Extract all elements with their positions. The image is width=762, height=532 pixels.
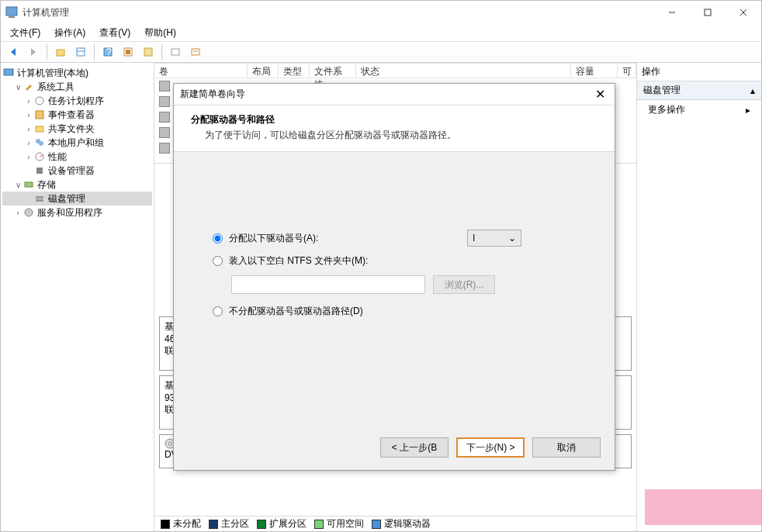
show-hide-button[interactable] <box>71 43 90 60</box>
chevron-down-icon: ⌄ <box>508 233 516 244</box>
toolbar-sep <box>47 44 47 60</box>
view-button[interactable] <box>139 43 158 60</box>
tree-systools[interactable]: ∨ 系统工具 <box>2 80 152 94</box>
tree-label: 磁盘管理 <box>48 192 85 206</box>
back-button[interactable]: < 上一步(B <box>380 437 449 458</box>
dialog-body: 分配以下驱动器号(A): I ⌄ 装入以下空白 NTFS 文件夹中(M): 浏览… <box>174 152 615 341</box>
next-button[interactable]: 下一步(N) > <box>456 437 525 458</box>
col-free[interactable]: 可 <box>618 64 636 78</box>
tree-label: 服务和应用程序 <box>37 206 102 219</box>
cancel-button[interactable]: 取消 <box>532 437 601 458</box>
col-status[interactable]: 状态 <box>356 64 571 78</box>
tree-root[interactable]: 计算机管理(本地) <box>2 66 152 80</box>
option-label: 装入以下空白 NTFS 文件夹中(M): <box>229 254 368 268</box>
settings-button[interactable] <box>119 43 137 60</box>
tree-label: 任务计划程序 <box>48 95 104 108</box>
radio-mount-folder[interactable] <box>213 256 223 266</box>
expand-icon[interactable]: › <box>24 111 33 119</box>
svg-rect-17 <box>192 49 199 55</box>
svg-rect-0 <box>6 7 17 16</box>
menu-file[interactable]: 文件(F) <box>5 25 45 41</box>
tree-local-users[interactable]: ›本地用户和组 <box>2 136 152 150</box>
expand-icon[interactable]: › <box>24 97 33 105</box>
option-assign-letter[interactable]: 分配以下驱动器号(A): I ⌄ <box>213 230 591 247</box>
dialog-close-button[interactable]: ✕ <box>592 87 608 102</box>
close-button[interactable] <box>726 1 761 24</box>
svg-rect-27 <box>36 168 43 174</box>
tree-task-scheduler[interactable]: ›任务计划程序 <box>2 94 152 108</box>
tree-device-manager[interactable]: 设备管理器 <box>2 164 152 178</box>
users-icon <box>33 136 46 149</box>
menu-help[interactable]: 帮助(H) <box>140 25 181 41</box>
tree-shared-folders[interactable]: ›共享文件夹 <box>2 122 152 136</box>
dialog-title: 新建简单卷向导 <box>180 88 592 101</box>
collapse-icon[interactable]: ∨ <box>13 83 23 92</box>
volume-icon <box>159 127 170 138</box>
dialog-header: 分配驱动器号和路径 为了便于访问，可以给磁盘分区分配驱动器号或驱动器路径。 <box>174 105 615 152</box>
nav-tree: 计算机管理(本地) ∨ 系统工具 ›任务计划程序 ›事件查看器 ›共享文件夹 ›… <box>2 66 152 219</box>
disk-icon <box>33 192 46 205</box>
tree-label: 系统工具 <box>37 81 74 94</box>
svg-marker-7 <box>31 48 36 56</box>
menu-action[interactable]: 操作(A) <box>50 25 90 41</box>
menu-view[interactable]: 查看(V) <box>95 25 135 41</box>
tree-storage[interactable]: ∨存储 <box>2 178 152 192</box>
minimize-button[interactable] <box>654 1 690 24</box>
tree-label: 本地用户和组 <box>48 136 104 150</box>
svg-rect-3 <box>705 9 711 16</box>
blank <box>24 195 33 203</box>
tree-disk-management[interactable]: 磁盘管理 <box>2 192 152 206</box>
col-capacity[interactable]: 容量 <box>571 64 618 78</box>
dialog-titlebar: 新建简单卷向导 ✕ <box>174 84 615 105</box>
refresh-button[interactable] <box>166 43 185 60</box>
svg-point-24 <box>39 141 43 146</box>
device-icon <box>33 164 46 177</box>
legend: 未分配 主分区 扩展分区 可用空间 逻辑驱动器 <box>154 516 636 531</box>
actions-section[interactable]: 磁盘管理 ▴ <box>637 81 761 100</box>
expand-icon[interactable]: › <box>13 209 23 217</box>
tree-label: 存储 <box>37 178 56 192</box>
tree-label: 共享文件夹 <box>48 123 95 136</box>
properties-button[interactable] <box>186 43 205 60</box>
col-fs[interactable]: 文件系统 <box>310 64 356 78</box>
drive-letter-value: I <box>473 233 475 244</box>
svg-point-33 <box>168 442 171 445</box>
col-volume[interactable]: 卷 <box>154 64 248 78</box>
col-layout[interactable]: 布局 <box>248 64 279 78</box>
tree-label: 设备管理器 <box>48 164 95 178</box>
svg-marker-6 <box>11 48 16 56</box>
svg-rect-8 <box>57 50 64 56</box>
event-icon <box>33 109 46 121</box>
forward-button[interactable] <box>24 43 43 60</box>
col-type[interactable]: 类型 <box>279 64 310 78</box>
window-title: 计算机管理 <box>23 6 654 19</box>
radio-no-assign[interactable] <box>213 306 223 316</box>
up-button[interactable] <box>51 43 70 60</box>
drive-letter-select[interactable]: I ⌄ <box>467 230 521 247</box>
toolbar: ? <box>1 41 761 63</box>
mount-path-row: 浏览(R)... <box>213 275 591 294</box>
option-mount-folder[interactable]: 装入以下空白 NTFS 文件夹中(M): <box>213 254 591 268</box>
svg-rect-21 <box>36 111 43 119</box>
expand-icon[interactable]: › <box>24 139 33 147</box>
arrow-right-icon: ▸ <box>746 105 750 116</box>
expand-icon[interactable]: › <box>24 153 33 161</box>
option-no-assign[interactable]: 不分配驱动器号或驱动器路径(D) <box>213 305 591 318</box>
titlebar: 计算机管理 <box>1 1 761 24</box>
folder-icon <box>33 123 46 135</box>
maximize-button[interactable] <box>690 1 726 24</box>
volume-icon <box>159 81 170 92</box>
collapse-icon[interactable]: ∨ <box>13 181 23 189</box>
tree-performance[interactable]: ›性能 <box>2 150 152 164</box>
help-button[interactable]: ? <box>99 43 117 60</box>
toolbar-sep <box>94 44 95 60</box>
volume-list-header: 卷 布局 类型 文件系统 状态 容量 可 <box>154 63 636 78</box>
radio-assign-letter[interactable] <box>213 233 223 244</box>
actions-more[interactable]: 更多操作 ▸ <box>637 100 761 119</box>
tree-event-viewer[interactable]: ›事件查看器 <box>2 108 152 122</box>
volume-icon <box>159 112 170 123</box>
back-button[interactable] <box>4 43 23 60</box>
tree-services[interactable]: ›服务和应用程序 <box>2 206 152 219</box>
expand-icon[interactable]: › <box>24 125 33 133</box>
svg-text:?: ? <box>106 47 112 57</box>
